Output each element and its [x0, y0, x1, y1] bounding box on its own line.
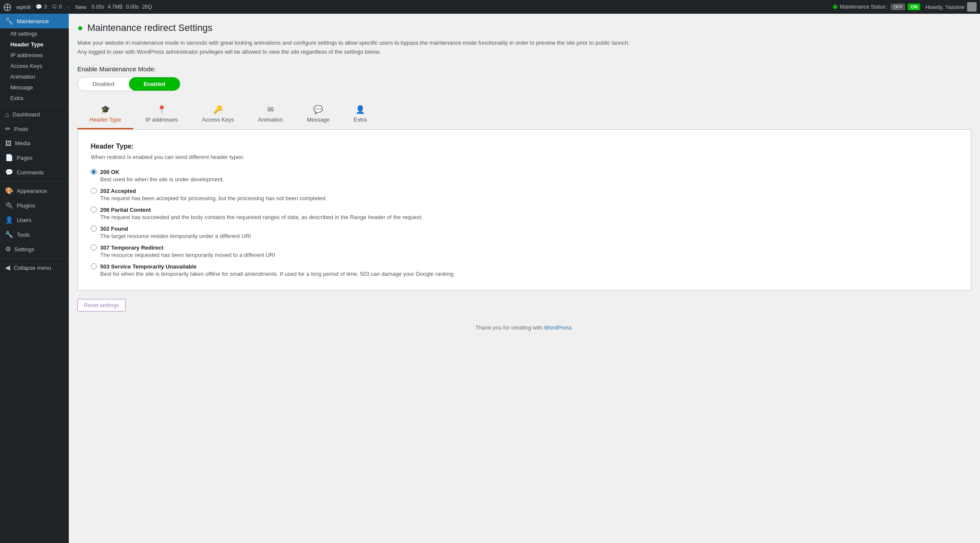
ip-addresses-tab-label: IP addresses: [145, 116, 178, 123]
sidebar-item-collapse[interactable]: ◀ Collapse menu: [0, 260, 69, 275]
animation-tab-icon: ✉: [267, 105, 274, 114]
animation-tab-label: Animation: [258, 116, 283, 123]
sidebar-item-posts[interactable]: ✏ Posts: [0, 122, 69, 136]
tabs-bar: 🎓 Header Type 📍 IP addresses 🔑 Access Ke…: [77, 100, 971, 130]
radio-item-503: 503 Service Temporarily Unavailable Best…: [91, 263, 958, 277]
radio-desc-503: Best for when the site is temporarily ta…: [91, 271, 958, 277]
animation-label: Animation: [10, 73, 35, 80]
radio-item-202: 202 Accepted The request has been accept…: [91, 188, 958, 201]
enabled-toggle-btn[interactable]: Enabled: [129, 77, 180, 91]
users-icon: 👤: [5, 216, 13, 224]
tab-ip-addresses[interactable]: 📍 IP addresses: [133, 100, 190, 129]
sidebar-item-plugins[interactable]: 🔌 Plugins: [0, 198, 69, 213]
header-type-tab-label: Header Type: [89, 116, 121, 123]
radio-item-200: 200 OK Best used for when the site is un…: [91, 169, 958, 183]
comment-icon: 💬: [36, 4, 42, 10]
header-type-radio-group: 200 OK Best used for when the site is un…: [91, 169, 958, 277]
sidebar-item-pages[interactable]: 📄 Pages: [0, 150, 69, 165]
radio-label-307[interactable]: 307 Temporary Redirect: [91, 244, 958, 251]
access-keys-tab-icon: 🔑: [213, 105, 223, 114]
sidebar-item-maintenance[interactable]: 🔧 Maintenance: [0, 14, 69, 28]
appearance-icon: 🎨: [5, 187, 13, 195]
main-content: ● Maintenance redirect Settings Make you…: [69, 14, 980, 543]
all-settings-label: All settings: [10, 31, 37, 37]
performance-metrics: 0.05s 4.7MB 0.00s 26Q: [92, 4, 152, 10]
sidebar-item-access-keys[interactable]: Access Keys: [0, 61, 69, 71]
user-avatar: [967, 2, 977, 12]
tab-access-keys[interactable]: 🔑 Access Keys: [190, 100, 246, 129]
maintenance-on-toggle[interactable]: ON: [908, 3, 920, 10]
comment-counter[interactable]: 💬 3: [36, 4, 47, 10]
bubble-counter[interactable]: 🗨 0: [52, 4, 62, 10]
dashboard-label: Dashboard: [12, 111, 40, 118]
tab-animation[interactable]: ✉ Animation: [246, 100, 295, 129]
radio-label-text-307: 307 Temporary Redirect: [100, 244, 163, 251]
sidebar-item-media[interactable]: 🖼 Media: [0, 136, 69, 150]
sidebar-item-users[interactable]: 👤 Users: [0, 213, 69, 227]
bubble-count: 0: [59, 4, 62, 10]
message-tab-label: Message: [307, 116, 330, 123]
radio-input-206[interactable]: [91, 207, 97, 213]
sidebar-item-ip-addresses[interactable]: IP addresses: [0, 50, 69, 61]
sidebar-item-dashboard[interactable]: ⌂ Dashboard: [0, 107, 69, 122]
sidebar-item-animation[interactable]: Animation: [0, 71, 69, 82]
radio-desc-206: The request has succeeded and the body c…: [91, 214, 958, 220]
extra-tab-icon: 👤: [355, 105, 365, 114]
perf-memory: 4.7MB: [108, 4, 123, 10]
card-desc: When redirect is enabled you can send di…: [91, 154, 958, 160]
posts-label: Posts: [14, 126, 28, 132]
disabled-toggle-btn[interactable]: Disabled: [78, 77, 129, 91]
wordpress-link[interactable]: WordPress: [544, 324, 572, 331]
sidebar-item-extra[interactable]: Extra: [0, 93, 69, 104]
page-title-icon: ●: [77, 22, 83, 34]
sidebar-item-all-settings[interactable]: All settings: [0, 28, 69, 39]
tools-label: Tools: [17, 232, 30, 238]
radio-input-307[interactable]: [91, 244, 97, 250]
radio-label-206[interactable]: 206 Partial Content: [91, 207, 958, 213]
radio-input-503[interactable]: [91, 263, 97, 269]
sidebar-item-tools[interactable]: 🔧 Tools: [0, 227, 69, 242]
enable-label: Enable Maintenance Mode:: [77, 65, 971, 73]
radio-label-200[interactable]: 200 OK: [91, 169, 958, 175]
sidebar-item-settings[interactable]: ⚙ Settings: [0, 242, 69, 256]
tab-header-type[interactable]: 🎓 Header Type: [77, 100, 133, 129]
maintenance-off-toggle[interactable]: OFF: [891, 3, 905, 10]
footer-suffix: .: [572, 324, 573, 331]
message-tab-icon: 💬: [313, 105, 323, 114]
ip-addresses-tab-icon: 📍: [157, 105, 166, 114]
header-type-label: Header Type: [10, 41, 43, 48]
settings-icon: ⚙: [5, 245, 11, 253]
radio-label-503[interactable]: 503 Service Temporarily Unavailable: [91, 263, 958, 270]
site-name[interactable]: wploti: [16, 4, 31, 10]
collapse-label: Collapse menu: [14, 265, 51, 271]
topbar-right: Maintenance Status : OFF ON Howdy, Yassi…: [833, 2, 977, 12]
tab-extra[interactable]: 👤 Extra: [342, 100, 379, 129]
new-item-button[interactable]: New: [75, 4, 86, 10]
header-type-tab-icon: 🎓: [101, 105, 110, 114]
sidebar-item-comments[interactable]: 💬 Comments: [0, 165, 69, 180]
comments-label: Comments: [17, 169, 44, 176]
radio-label-302[interactable]: 302 Found: [91, 226, 958, 232]
perf-time: 0.05s: [92, 4, 104, 10]
radio-desc-302: The target resource resides temporarily …: [91, 233, 958, 239]
footer-text: Thank you for creating with: [475, 324, 544, 331]
radio-desc-202: The request has been accepted for proces…: [91, 195, 958, 201]
radio-label-text-302: 302 Found: [100, 226, 128, 232]
radio-item-307: 307 Temporary Redirect The resource requ…: [91, 244, 958, 258]
sidebar-item-message[interactable]: Message: [0, 82, 69, 93]
access-keys-label: Access Keys: [10, 63, 42, 69]
sidebar-item-appearance[interactable]: 🎨 Appearance: [0, 183, 69, 198]
footer: Thank you for creating with WordPress.: [77, 324, 971, 331]
radio-label-202[interactable]: 202 Accepted: [91, 188, 958, 194]
radio-input-202[interactable]: [91, 188, 97, 194]
radio-input-302[interactable]: [91, 226, 97, 232]
howdy-user[interactable]: Howdy, Yassine: [925, 2, 977, 12]
sidebar-item-header-type[interactable]: Header Type: [0, 39, 69, 50]
radio-input-200[interactable]: [91, 169, 97, 175]
reset-settings-button[interactable]: Reset settings: [77, 299, 126, 311]
bubble-icon: 🗨: [52, 4, 57, 10]
tab-message[interactable]: 💬 Message: [295, 100, 342, 129]
page-header: ● Maintenance redirect Settings: [77, 22, 971, 34]
page-title: Maintenance redirect Settings: [87, 22, 212, 34]
settings-label: Settings: [14, 246, 34, 253]
